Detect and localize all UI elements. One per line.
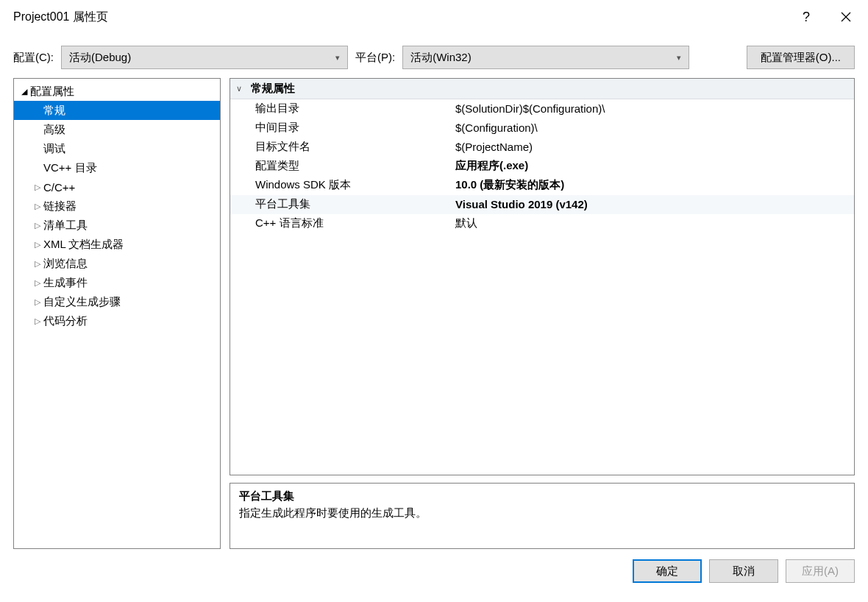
tree-item[interactable]: ▷C/C++ bbox=[14, 177, 220, 196]
property-row[interactable]: C++ 语言标准默认 bbox=[230, 214, 854, 233]
triangle-right-icon: ▷ bbox=[32, 297, 43, 307]
tree-item-label: 高级 bbox=[43, 123, 65, 137]
triangle-right-icon: ▷ bbox=[32, 259, 43, 269]
tree-item-label: 常规 bbox=[43, 104, 65, 118]
property-name: 配置类型 bbox=[230, 159, 452, 173]
title-bar: Project001 属性页 ? bbox=[0, 0, 868, 34]
description-text: 指定生成此程序时要使用的生成工具。 bbox=[239, 506, 845, 520]
tree-item[interactable]: ▷XML 文档生成器 bbox=[14, 235, 220, 254]
triangle-right-icon: ▷ bbox=[32, 183, 43, 192]
property-group-title: 常规属性 bbox=[251, 82, 295, 96]
body-area: ◢ 配置属性 常规高级调试VC++ 目录▷C/C++▷链接器▷清单工具▷XML … bbox=[0, 78, 868, 549]
property-value[interactable]: 默认 bbox=[452, 216, 854, 230]
property-value[interactable]: 应用程序(.exe) bbox=[452, 159, 854, 173]
platform-dropdown-value: 活动(Win32) bbox=[410, 51, 472, 65]
tree-item-label: 生成事件 bbox=[43, 276, 88, 290]
tree-item-label: 自定义生成步骤 bbox=[43, 295, 121, 309]
apply-button[interactable]: 应用(A) bbox=[786, 559, 855, 583]
platform-label: 平台(P): bbox=[355, 51, 395, 65]
triangle-down-icon: ◢ bbox=[18, 87, 30, 96]
config-dropdown[interactable]: 活动(Debug) ▾ bbox=[61, 46, 348, 69]
description-title: 平台工具集 bbox=[239, 489, 845, 503]
property-value[interactable]: $(Configuration)\ bbox=[452, 121, 854, 134]
close-icon[interactable] bbox=[837, 8, 855, 26]
tree-item[interactable]: ▷自定义生成步骤 bbox=[14, 292, 220, 311]
tree-item[interactable]: ▷生成事件 bbox=[14, 273, 220, 292]
config-row: 配置(C): 活动(Debug) ▾ 平台(P): 活动(Win32) ▾ 配置… bbox=[0, 34, 868, 78]
property-value[interactable]: $(ProjectName) bbox=[452, 141, 854, 153]
description-box: 平台工具集 指定生成此程序时要使用的生成工具。 bbox=[230, 483, 855, 549]
property-row[interactable]: 中间目录$(Configuration)\ bbox=[230, 118, 854, 138]
property-value[interactable]: 10.0 (最新安装的版本) bbox=[452, 178, 854, 192]
tree-item-label: C/C++ bbox=[43, 181, 75, 194]
window-title: Project001 属性页 bbox=[13, 10, 108, 25]
tree-item[interactable]: 调试 bbox=[14, 139, 220, 158]
property-row[interactable]: 平台工具集Visual Studio 2019 (v142) bbox=[230, 195, 854, 214]
property-grid: ∨ 常规属性 输出目录$(SolutionDir)$(Configuration… bbox=[230, 78, 855, 475]
tree-item[interactable]: ▷清单工具 bbox=[14, 216, 220, 235]
window-controls: ? bbox=[797, 8, 855, 26]
triangle-right-icon: ▷ bbox=[32, 278, 43, 288]
property-name: 目标文件名 bbox=[230, 140, 452, 154]
tree-item[interactable]: ▷链接器 bbox=[14, 196, 220, 216]
chevron-down-icon: ▾ bbox=[335, 53, 340, 63]
property-row[interactable]: Windows SDK 版本10.0 (最新安装的版本) bbox=[230, 176, 854, 195]
platform-dropdown[interactable]: 活动(Win32) ▾ bbox=[402, 46, 689, 69]
triangle-right-icon: ▷ bbox=[32, 221, 43, 230]
tree-item-label: VC++ 目录 bbox=[43, 161, 97, 175]
dialog-buttons: 确定 取消 应用(A) bbox=[0, 549, 868, 593]
property-name: C++ 语言标准 bbox=[230, 216, 452, 230]
triangle-right-icon: ▷ bbox=[32, 202, 43, 211]
triangle-right-icon: ▷ bbox=[32, 316, 43, 326]
tree-root[interactable]: ◢ 配置属性 bbox=[14, 82, 220, 101]
config-dropdown-value: 活动(Debug) bbox=[69, 51, 131, 65]
tree-item-label: 调试 bbox=[43, 142, 65, 156]
tree-item-label: 浏览信息 bbox=[43, 257, 88, 271]
tree-item[interactable]: VC++ 目录 bbox=[14, 158, 220, 177]
tree-item-label: 链接器 bbox=[43, 199, 77, 213]
tree-item-label: XML 文档生成器 bbox=[43, 238, 124, 252]
property-value[interactable]: Visual Studio 2019 (v142) bbox=[452, 198, 854, 210]
config-manager-button[interactable]: 配置管理器(O)... bbox=[747, 46, 855, 69]
tree-item-label: 代码分析 bbox=[43, 314, 88, 328]
tree-item[interactable]: ▷代码分析 bbox=[14, 311, 220, 330]
help-icon[interactable]: ? bbox=[797, 8, 815, 26]
property-name: 中间目录 bbox=[230, 121, 452, 135]
tree-item-label: 清单工具 bbox=[43, 219, 88, 233]
property-row[interactable]: 配置类型应用程序(.exe) bbox=[230, 157, 854, 176]
property-value[interactable]: $(SolutionDir)$(Configuration)\ bbox=[452, 102, 854, 115]
triangle-right-icon: ▷ bbox=[32, 240, 43, 249]
cancel-button[interactable]: 取消 bbox=[709, 559, 778, 583]
config-label: 配置(C): bbox=[13, 51, 54, 65]
property-name: 输出目录 bbox=[230, 102, 452, 116]
property-row[interactable]: 目标文件名$(ProjectName) bbox=[230, 138, 854, 157]
chevron-down-icon: ▾ bbox=[677, 53, 681, 63]
collapse-toggle-icon: ∨ bbox=[236, 84, 246, 93]
tree-item[interactable]: 常规 bbox=[14, 101, 220, 120]
tree-panel[interactable]: ◢ 配置属性 常规高级调试VC++ 目录▷C/C++▷链接器▷清单工具▷XML … bbox=[13, 78, 221, 549]
property-name: Windows SDK 版本 bbox=[230, 178, 452, 192]
right-stack: ∨ 常规属性 输出目录$(SolutionDir)$(Configuration… bbox=[230, 78, 855, 549]
property-row[interactable]: 输出目录$(SolutionDir)$(Configuration)\ bbox=[230, 99, 854, 118]
tree-item[interactable]: 高级 bbox=[14, 120, 220, 139]
tree-item[interactable]: ▷浏览信息 bbox=[14, 254, 220, 273]
property-group-header[interactable]: ∨ 常规属性 bbox=[230, 79, 854, 99]
property-name: 平台工具集 bbox=[230, 197, 452, 211]
ok-button[interactable]: 确定 bbox=[633, 559, 702, 583]
tree-root-label: 配置属性 bbox=[30, 85, 74, 99]
